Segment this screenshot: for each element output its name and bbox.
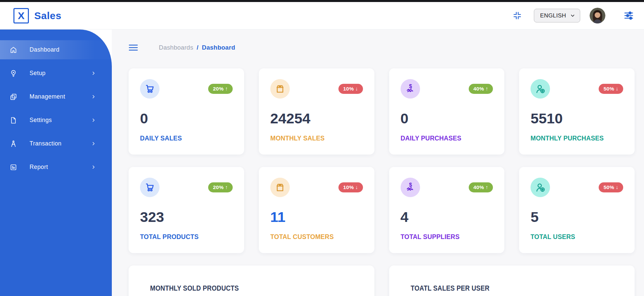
copy-pages-icon xyxy=(9,93,17,101)
stat-label: TOTAL PRODUCTS xyxy=(140,233,225,241)
stat-card-total-suppliers: $ 40% ↑ 4 TOTAL SUPPLIERS xyxy=(389,167,505,253)
dollar-wave-icon: $ xyxy=(401,178,420,197)
trend-badge: 10% ↓ xyxy=(338,182,363,192)
stat-card-total-users: 50% ↓ 5 TOTAL USERS xyxy=(519,167,635,253)
chevron-right-icon xyxy=(91,71,96,75)
sidebar: Dashboard Setup Manageme xyxy=(0,29,112,296)
sidebar-item-management[interactable]: Management xyxy=(0,87,112,106)
panel-total-sales-per-user: TOATL SALES PER USER xyxy=(389,265,635,296)
brand-logo-letter: X xyxy=(18,10,25,21)
sidebar-item-dashboard[interactable]: Dashboard xyxy=(0,40,112,59)
sidebar-item-report[interactable]: Report xyxy=(0,158,112,177)
report-list-icon xyxy=(9,163,17,171)
drafting-compass-icon xyxy=(9,140,17,148)
panel-title: MONTHLY SOLD PRODUCTS xyxy=(150,284,328,293)
chevron-right-icon xyxy=(91,165,96,169)
package-box-icon xyxy=(270,178,290,197)
sidebar-item-label: Setup xyxy=(30,70,46,77)
chevron-right-icon xyxy=(91,141,96,146)
panel-monthly-sold-products: MONTHLY SOLD PRODUCTS xyxy=(129,265,374,296)
stat-card-total-products: 20% ↑ 323 TOTAL PRODUCTS xyxy=(129,167,244,253)
sidebar-item-label: Management xyxy=(30,93,65,100)
stat-card-monthly-purchases: 50% ↓ 5510 MONTHLY PURCHASES xyxy=(519,68,635,155)
stat-card-total-customers: 10% ↓ 11 TOTAL CUSTOMERS xyxy=(259,167,374,253)
trend-badge: 50% ↓ xyxy=(599,182,623,192)
shopping-cart-icon xyxy=(140,79,159,99)
dollar-wave-icon: $ xyxy=(401,79,420,99)
stat-value: 5 xyxy=(531,210,623,224)
breadcrumb-separator: / xyxy=(197,44,198,51)
sliders-icon xyxy=(624,10,634,21)
stat-label: TOTAL USERS xyxy=(531,233,616,241)
menu-toggle-button[interactable] xyxy=(129,44,138,52)
package-box-icon xyxy=(270,79,290,99)
trend-badge: 10% ↓ xyxy=(338,84,363,94)
stat-value: 24254 xyxy=(270,111,363,126)
compress-screen-button[interactable] xyxy=(513,11,522,20)
user-plus-icon xyxy=(531,178,550,197)
trend-badge: 20% ↑ xyxy=(208,84,233,94)
stat-label: MONTHLY SALES xyxy=(270,134,356,142)
header: X Sales ENGLISH xyxy=(0,2,644,29)
sidebar-item-label: Settings xyxy=(30,117,52,124)
stats-grid: 20% ↑ 0 DAILY SALES 10% ↓ 24254 MONTHLY … xyxy=(129,68,635,296)
svg-text:$: $ xyxy=(409,182,412,188)
chevron-right-icon xyxy=(91,118,96,122)
sidebar-item-transaction[interactable]: Transaction xyxy=(0,134,112,153)
panel-title: TOATL SALES PER USER xyxy=(411,284,589,293)
settings-sliders-button[interactable] xyxy=(624,10,634,21)
stat-card-monthly-sales: 10% ↓ 24254 MONTHLY SALES xyxy=(259,68,374,155)
stat-value: 0 xyxy=(401,111,493,126)
brand-logo: X xyxy=(13,8,29,23)
svg-text:$: $ xyxy=(409,84,412,89)
sidebar-item-settings[interactable]: Settings xyxy=(0,111,112,130)
stat-value: 5510 xyxy=(531,111,623,126)
shopping-cart-icon xyxy=(140,178,159,197)
stat-value: 0 xyxy=(140,111,233,126)
compress-icon xyxy=(513,11,522,20)
hamburger-icon xyxy=(129,44,138,52)
lightbulb-icon xyxy=(9,69,17,77)
sidebar-nav: Dashboard Setup Manageme xyxy=(0,40,112,177)
chevron-down-icon xyxy=(570,13,575,18)
stat-label: DAILY PURCHASES xyxy=(401,134,486,142)
header-actions: ENGLISH xyxy=(513,8,635,23)
breadcrumb-current: Dashboard xyxy=(202,44,235,51)
user-plus-icon xyxy=(531,79,550,99)
trend-badge: 40% ↑ xyxy=(469,182,493,192)
user-avatar[interactable] xyxy=(590,8,605,23)
trend-badge: 20% ↑ xyxy=(208,182,233,192)
stat-value: 323 xyxy=(140,210,233,224)
document-icon xyxy=(9,116,17,124)
language-select-value: ENGLISH xyxy=(540,12,566,19)
sidebar-item-label: Report xyxy=(30,164,48,171)
stat-label: TOTAL CUSTOMERS xyxy=(270,233,356,241)
sidebar-item-label: Dashboard xyxy=(30,46,59,53)
trend-badge: 50% ↓ xyxy=(599,84,623,94)
stat-label: MONTHLY PURCHASES xyxy=(531,134,616,142)
breadcrumb-parent[interactable]: Dashboards xyxy=(159,44,193,51)
main-content: Dashboards / Dashboard 20% ↑ 0 DAILY SAL… xyxy=(112,29,644,296)
stat-card-daily-purchases: $ 40% ↑ 0 DAILY PURCHASES xyxy=(389,68,505,155)
home-icon xyxy=(9,46,17,54)
brand-title: Sales xyxy=(34,10,61,21)
brand[interactable]: X Sales xyxy=(13,8,61,23)
stat-label: TOTAL SUPPLIERS xyxy=(401,233,486,241)
chevron-right-icon xyxy=(91,95,96,99)
breadcrumb: Dashboards / Dashboard xyxy=(159,44,235,51)
trend-badge: 40% ↑ xyxy=(469,84,493,94)
breadcrumb-row: Dashboards / Dashboard xyxy=(129,42,635,53)
stat-card-daily-sales: 20% ↑ 0 DAILY SALES xyxy=(129,68,244,155)
language-select[interactable]: ENGLISH xyxy=(534,9,580,22)
stat-label: DAILY SALES xyxy=(140,134,225,142)
stat-value: 11 xyxy=(270,210,363,224)
sidebar-item-label: Transaction xyxy=(30,140,61,147)
sidebar-item-setup[interactable]: Setup xyxy=(0,64,112,83)
stat-value: 4 xyxy=(401,210,493,224)
